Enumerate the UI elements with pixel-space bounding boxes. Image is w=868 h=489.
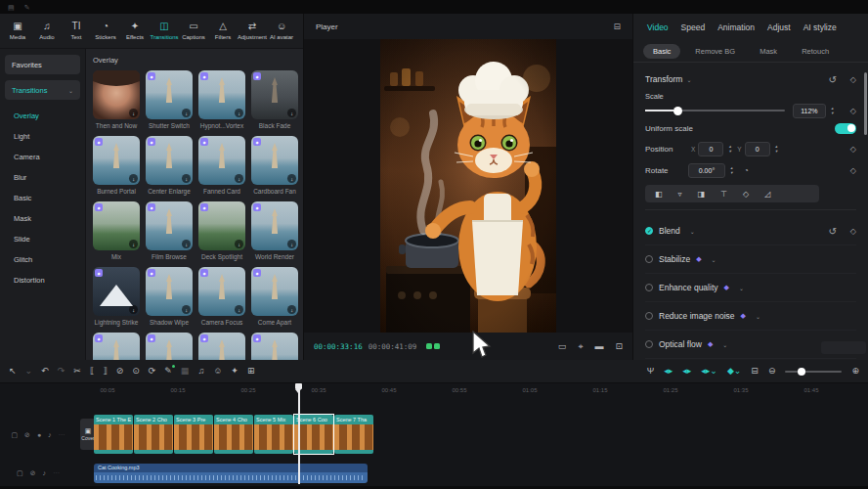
timeline-clip[interactable]: Scene 2 Cho <box>134 415 173 454</box>
transition-thumbnail[interactable]: ◆ ↓ <box>93 267 140 316</box>
top-toolbar-item[interactable]: ✦ Effects <box>120 22 150 41</box>
transition-thumbnail[interactable]: ◆ ↓ <box>93 333 140 360</box>
playhead[interactable] <box>298 383 300 484</box>
timeline-zoom-slider[interactable] <box>785 367 842 377</box>
favorites-button[interactable]: Favorites <box>5 55 80 74</box>
ratio-icon[interactable]: ▭ <box>558 342 567 351</box>
reset-icon[interactable]: ↺ <box>828 74 836 85</box>
timeline-clip[interactable]: Scene 5 Mix <box>254 415 293 454</box>
app-menu-icon[interactable]: ▤ <box>8 4 15 11</box>
transition-card[interactable]: ◆ ↓ Hypnot...Vortex <box>198 70 245 130</box>
undo-icon[interactable]: ↶ <box>41 367 49 376</box>
top-toolbar-item[interactable]: ▣ Media <box>3 22 32 41</box>
audio-clip[interactable]: Cat Cooking.mp3 <box>94 464 368 483</box>
top-toolbar-item[interactable]: ☺ AI avatar <box>267 22 296 41</box>
scale-value-input[interactable]: 112% <box>793 104 826 118</box>
select-caret-icon[interactable]: ⌄ <box>25 367 33 376</box>
section-checkbox[interactable] <box>645 340 653 348</box>
player-menu-icon[interactable]: ⊟ <box>613 22 621 31</box>
hide-track-icon[interactable]: ▢ <box>17 469 23 476</box>
transition-thumbnail[interactable]: ◆ ↓ <box>198 267 245 316</box>
keyframe-icon[interactable]: ◇ <box>850 145 856 154</box>
transition-card[interactable]: ◆ ↓ Center Enlarge <box>146 136 193 196</box>
zoom-out-icon[interactable]: ⊖ <box>768 367 776 376</box>
smart-cut-icon[interactable]: ◂▸ <box>664 367 673 376</box>
timeline-ruler[interactable]: 00:05 00:15 00:25 00:35 00:45 00:55 01:0… <box>0 383 868 403</box>
transition-card[interactable]: ◆ ↓ Deck Spotlight <box>198 201 245 261</box>
transition-card[interactable]: ◆ ↓ <box>146 333 193 360</box>
top-toolbar-item[interactable]: TI Text <box>62 22 91 41</box>
rotate-value-input[interactable]: 0.00° <box>688 163 725 178</box>
sidebar-item[interactable]: Light <box>5 126 80 147</box>
flip-vertical-icon[interactable]: ▿ <box>678 190 682 199</box>
transition-thumbnail[interactable]: ◆ ↓ <box>146 201 193 250</box>
top-toolbar-item[interactable]: △ Filters <box>208 22 238 41</box>
transition-thumbnail[interactable]: ◆ ↓ <box>198 136 245 185</box>
align-top-icon[interactable]: ⊤ <box>720 190 727 199</box>
transition-thumbnail[interactable]: ◆ ↓ <box>251 70 298 119</box>
top-toolbar-item[interactable]: ▭ Captions <box>179 22 208 41</box>
mute-track-icon[interactable]: ♪ <box>43 469 47 476</box>
audio-icon[interactable]: ♫ <box>197 367 204 376</box>
transition-thumbnail[interactable]: ◆ ↓ <box>198 201 245 250</box>
portrait-icon[interactable]: ☺ <box>213 367 222 376</box>
position-x-input[interactable]: 0 <box>698 142 723 156</box>
main-track-icon[interactable]: ● <box>37 431 41 438</box>
freeze-icon[interactable]: ▦ <box>181 367 190 376</box>
center-icon[interactable]: ◇ <box>743 190 749 199</box>
flip-horizontal-icon[interactable]: ◧ <box>655 190 663 199</box>
transition-card[interactable]: ◆ ↓ Lightning Strike <box>93 267 140 327</box>
top-toolbar-item[interactable]: ◔ Stickers <box>91 22 120 41</box>
timeline-clip[interactable]: Scene 3 Pre <box>174 415 213 454</box>
timeline-clip[interactable]: Scene 4 Cho <box>214 415 253 454</box>
transition-card[interactable]: ◆ ↓ World Render <box>251 201 298 261</box>
screen-icon[interactable]: ⊞ <box>247 367 255 376</box>
keyframe-tool-icon[interactable]: ◆⌄ <box>727 367 741 376</box>
transition-thumbnail[interactable]: ◆ ↓ <box>93 136 140 185</box>
transition-thumbnail[interactable]: ◆ ↓ <box>146 267 193 316</box>
transition-thumbnail[interactable]: ◆ ↓ <box>198 70 245 119</box>
transition-card[interactable]: ◆ ↓ Shadow Wipe <box>146 267 193 327</box>
delete-icon[interactable]: ⊘ <box>116 367 124 376</box>
keyframe-icon[interactable]: ◇ <box>850 75 856 84</box>
video-frame[interactable] <box>380 39 556 333</box>
rotate-dial-icon[interactable]: ◔ <box>744 166 749 175</box>
transition-card[interactable]: ◆ ↓ Camera Focus <box>198 267 245 327</box>
inspector-section[interactable]: Blend ◆ ⌄ ↺ ◇ <box>645 217 856 245</box>
keyframe-icon[interactable]: ◇ <box>850 107 856 115</box>
transition-thumbnail[interactable]: ◆ ↓ <box>251 136 298 185</box>
zoom-in-icon[interactable]: ⊕ <box>851 367 859 376</box>
preview-canvas[interactable] <box>304 39 632 333</box>
position-x-stepper[interactable]: ▴▾ <box>725 142 734 156</box>
sidebar-item[interactable]: Overlay <box>5 106 80 126</box>
rotate-stepper[interactable]: ▴▾ <box>727 163 736 178</box>
edit-icon[interactable]: ✎ <box>24 4 30 11</box>
transition-card[interactable]: ◆ ↓ Then and Now <box>93 70 140 130</box>
inspector-section[interactable]: Enhance quality ◆ ⌄ ↺ ◇ <box>645 274 856 302</box>
magic-icon[interactable]: ✦ <box>231 367 239 376</box>
transition-card[interactable]: ◆ ↓ Film Browse <box>146 201 193 261</box>
timeline-clip[interactable]: Scene 6 Coo <box>294 415 333 454</box>
scrollbar[interactable] <box>864 72 867 135</box>
section-checkbox[interactable] <box>645 284 653 291</box>
transition-card[interactable]: ◆ ↓ Mix <box>93 201 140 261</box>
top-toolbar-item[interactable]: ♫ Audio <box>32 22 62 41</box>
mirror-icon[interactable]: ◨ <box>698 190 706 199</box>
transition-card[interactable]: ◆ ↓ Come Apart <box>251 267 298 327</box>
corner-icon[interactable]: ◿ <box>764 190 770 199</box>
transition-thumbnail[interactable]: ◆ ↓ <box>198 333 245 360</box>
section-checkbox[interactable] <box>645 227 653 235</box>
transition-card[interactable]: ◆ ↓ Cardboard Fan <box>251 136 298 196</box>
sidebar-item[interactable]: Glitch <box>5 249 80 270</box>
inspector-tab[interactable]: AI stylize <box>803 22 837 32</box>
transition-thumbnail[interactable]: ◆ ↓ <box>146 333 193 360</box>
inspector-subtab[interactable]: Mask <box>750 44 787 59</box>
auto-reframe-icon[interactable]: ◂▸ <box>682 367 691 376</box>
inspector-tab[interactable]: Animation <box>717 22 755 32</box>
sidebar-item[interactable]: Distortion <box>5 270 80 290</box>
inspector-section[interactable]: Stabilize ◆ ⌄ ↺ ◇ <box>645 245 856 274</box>
more-icon[interactable]: ⋯ <box>59 431 65 438</box>
scale-stepper[interactable]: ▴▾ <box>828 104 837 118</box>
inspector-section[interactable]: Reduce image noise ◆ ⌄ ↺ ◇ <box>645 302 856 331</box>
inspector-subtab[interactable]: Remove BG <box>685 44 745 59</box>
